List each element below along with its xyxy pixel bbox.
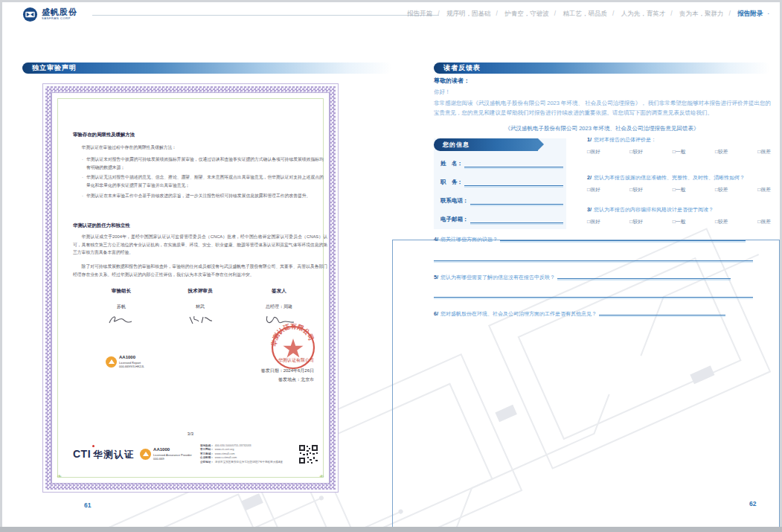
form-title: 《武汉盛帆电子股份有限公司 2023 年环境、社会及公司治理报告意见回馈表》 (434, 125, 770, 132)
question-6: 6/您对盛帆股份在环境、社会及公司治理方面的工作是否有其他意见？ (434, 310, 725, 318)
email-field: 电子邮箱： (440, 214, 563, 223)
question-1-options: □很好 □较好 □一般 □较差 □很差 (587, 148, 771, 156)
aa1000-code: 000-669/V3-HK2JL (119, 365, 144, 368)
question-4: 4/您关注哪些方面的议题？ (434, 236, 746, 243)
nav-active-dot: · (767, 10, 769, 17)
aa1000-icon (106, 356, 117, 368)
sanfran-logo-icon (22, 7, 38, 22)
aa1000-report-badge: AA1000 Licensed Report 000-669/V3-HK2JL (106, 355, 144, 368)
issue-place: 签发地点：北京市 (278, 376, 314, 384)
aa1000-title: AA1000 (119, 355, 144, 361)
cti-logo-cn: 华测认证 (93, 446, 135, 464)
cert-competence-para1: 华测认证成立于2004年，是经中国国家认证认可监督管理委员会（CNCA）批准，经… (73, 233, 327, 257)
cert-limitations-intro: 华测认证在审验过程中存在的局限性及缓解方法： (73, 144, 326, 152)
nav-item-governance[interactable]: 规序明，固基础 (446, 10, 491, 17)
rating-checkbox[interactable]: □一般 (673, 186, 686, 193)
page-number-right: 62 (749, 500, 756, 507)
signer-lead-verifier: 审验组长 苏帆 (82, 286, 161, 330)
question-1: 1/您对本报告的总体评价是： (587, 136, 656, 144)
question-2: 2/您认为本报告披露的信息准确性、完整性、及时性、清晰性如何？ (587, 174, 745, 182)
phone-input-line[interactable] (470, 204, 564, 205)
phone-field: 联系电话： (440, 196, 563, 205)
page-header: 盛帆股份 SANFRAN CORP 报告开篇/ 规序明，固基础/ 护青空，守碧波… (0, 0, 782, 34)
phone-label: 联系电话： (440, 197, 469, 205)
signer-role: 签发人 (240, 286, 318, 295)
rating-checkbox[interactable]: □较差 (715, 218, 728, 225)
qr-code-icon (298, 444, 318, 464)
nav-item-talent[interactable]: 人为先，育英才 (621, 10, 666, 17)
rating-checkbox[interactable]: □很差 (757, 218, 771, 225)
assurance-certificate: ❧ ❧ 审验存在的局限性及缓解方法 华测认证在审验过程中存在的局限性及缓解方法：… (42, 83, 339, 493)
nav-item-appendix-active[interactable]: 报告附录 (737, 10, 763, 17)
rating-checkbox[interactable]: □较好 (629, 218, 643, 225)
signer-name: 林武 (161, 303, 240, 311)
signer-role: 技术评审员 (161, 286, 240, 295)
right-section-title: 读者反馈表 (434, 63, 770, 74)
rating-checkbox[interactable]: □较差 (715, 148, 728, 156)
email-input-line[interactable] (470, 222, 564, 223)
rating-checkbox[interactable]: □较好 (629, 148, 643, 156)
name-label: 姓 名： (440, 160, 463, 167)
your-info-ribbon: 您的信息 (434, 138, 538, 151)
question-5-answer-line[interactable] (557, 278, 731, 279)
question-6-answer-line[interactable] (599, 315, 725, 315)
nav-item-environment[interactable]: 护青空，守碧波 (504, 10, 549, 17)
cert-competence-para2: 除了对可持续发展数据和报告的审验和核查外，审验组的任何成员都没有与武汉盛帆电子股… (73, 263, 327, 278)
bullet-icon: · (82, 173, 83, 189)
certificate-page-marker: 3/3 (52, 430, 329, 438)
aa1000-icon (140, 449, 151, 460)
rating-checkbox[interactable]: □很好 (587, 218, 600, 225)
company-stamp-area: 华测认证有限公司 华测认证有限公司 签发日期：2024年6月26日 签发地点：北… (229, 324, 318, 406)
bullet-text: 华测认证在未来审验工作中会基于持续改进的宗旨，进一步关注报告组织可持续发展信息披… (86, 192, 310, 200)
logo-subtitle: SANFRAN CORP (42, 16, 77, 21)
cti-logo-en: CTI (73, 445, 91, 464)
nav-separator: / (670, 10, 672, 17)
issue-date: 签发日期：2024年6月26日 (261, 367, 314, 375)
rating-checkbox[interactable]: □一般 (673, 148, 686, 156)
list-item: ·华测认证未对报告中披露的可持续发展绩效指标开展审验，仅通过访谈和查验事实证据的… (82, 156, 327, 171)
aa1000-title: AA1000 (153, 447, 192, 453)
cti-contact-block: 咨询热线：400-630-5000/0755-33732033 官方网站：www… (200, 444, 283, 464)
job-title-field: 职 务： (440, 177, 563, 186)
job-title-input-line[interactable] (464, 185, 563, 186)
question-3: 3/您认为本报告的内容编排和风格设计是否便于阅读？ (587, 206, 714, 214)
rating-checkbox[interactable]: □一般 (673, 218, 686, 225)
bullet-text: 华测认证无法对报告中描述的意见、信念、推论、愿望、期望、未来意图等观点出具审验意… (86, 173, 327, 189)
rating-checkbox[interactable]: □较差 (715, 186, 728, 193)
chapter-nav: 报告开篇/ 规序明，固基础/ 护青空，守碧波/ 精工艺，研品质/ 人为先，育英才… (405, 10, 772, 19)
nav-separator: / (438, 10, 439, 17)
cert-limitations-list: ·华测认证未对报告中披露的可持续发展绩效指标开展审验，仅通过访谈和查验事实证据的… (82, 156, 327, 202)
cti-logo-red-dot-icon (92, 445, 94, 447)
question-5-answer-line2[interactable] (434, 297, 753, 298)
nav-item-responsibility[interactable]: 责为本，聚群力 (679, 10, 724, 17)
signer-technical-reviewer: 技术评审员 林武 (161, 286, 240, 330)
question-2-options: □很好 □较好 □一般 □较差 □很差 (587, 186, 771, 193)
job-title-label: 职 务： (440, 179, 463, 186)
nav-separator: / (728, 10, 730, 17)
bottom-border (0, 527, 782, 532)
question-4-answer-line2[interactable] (434, 260, 753, 261)
header-divider (92, 15, 439, 16)
intro-paragraph: 非常感谢您阅读《武汉盛帆电子股份有限公司 2023 年环境、 社会及公司治理报告… (434, 99, 771, 118)
rating-checkbox[interactable]: □较好 (629, 186, 643, 193)
question-3-options: □很好 □较好 □一般 □较差 □很差 (587, 218, 771, 225)
nav-item-opening[interactable]: 报告开篇 (407, 10, 432, 17)
rating-checkbox[interactable]: □很好 (587, 186, 600, 193)
company-logo[interactable]: 盛帆股份 SANFRAN CORP (22, 7, 77, 22)
question-4-answer-line[interactable] (500, 240, 746, 241)
page-number-left: 61 (84, 501, 91, 509)
contact-row: 公司地址：深圳市宝安区新安街道兴东社区68区7号华测检测大楼A座 (200, 461, 283, 464)
cert-competence-heading: 华测认证的胜任力和独立性 (73, 221, 130, 230)
left-section-title: 独立审验声明 (22, 63, 392, 74)
nav-item-quality[interactable]: 精工艺，研品质 (563, 10, 607, 17)
email-label: 电子邮箱： (440, 216, 469, 223)
name-input-line[interactable] (464, 167, 563, 167)
rating-checkbox[interactable]: □很差 (757, 186, 771, 193)
rating-checkbox[interactable]: □很差 (757, 148, 771, 156)
rating-checkbox[interactable]: □很好 (587, 148, 600, 156)
nav-separator: / (554, 10, 556, 17)
nav-separator: / (496, 10, 497, 17)
list-item: ·华测认证在未来审验工作中会基于持续改进的宗旨，进一步关注报告组织可持续发展信息… (82, 192, 327, 200)
salutation: 尊敬的读者： (434, 77, 469, 85)
aa1000-provider-badge: AA1000 Licensed Assurance Provider 000-6… (140, 447, 192, 461)
